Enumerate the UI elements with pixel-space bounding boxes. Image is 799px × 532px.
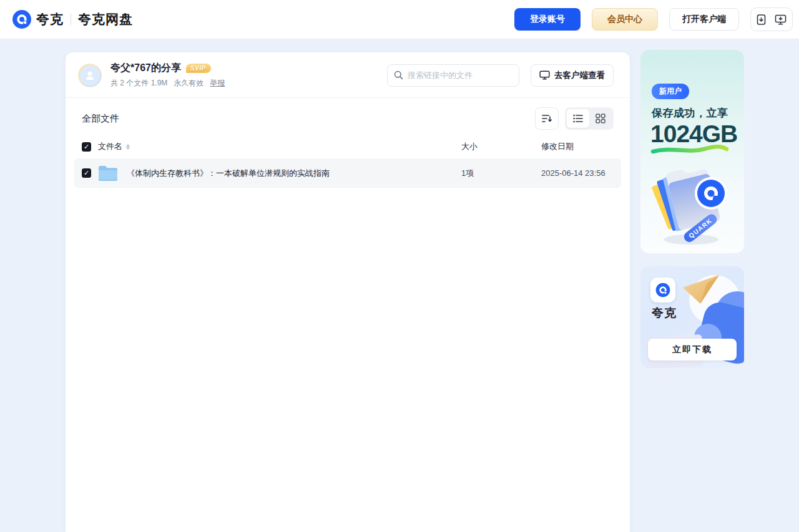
- sort-icon: [541, 114, 552, 123]
- search-box[interactable]: [387, 64, 519, 87]
- new-user-promo-banner[interactable]: 新用户 保存成功，立享 1024GB: [640, 50, 744, 253]
- share-header: 夸父*767的分享 SVIP 共 2 个文件 1.9M 永久有效 举报 去客户端…: [66, 52, 630, 98]
- file-size: 1项: [454, 168, 534, 179]
- open-client-button[interactable]: 打开客户端: [669, 8, 739, 31]
- files-section-title: 全部文件: [82, 113, 119, 125]
- svip-badge: SVIP: [186, 64, 211, 73]
- search-icon: [394, 70, 403, 80]
- mobile-download-icon[interactable]: [757, 14, 766, 25]
- promo-storage-amount: 1024GB: [650, 122, 744, 147]
- grid-view-icon: [596, 114, 605, 123]
- file-name[interactable]: 《体制内生存教科书》：一本破解单位潜规则的实战指南: [127, 168, 330, 179]
- search-input[interactable]: [408, 70, 512, 80]
- avatar: [78, 64, 102, 87]
- login-button[interactable]: 登录账号: [514, 8, 581, 31]
- new-user-badge: 新用户: [652, 84, 689, 99]
- file-row[interactable]: ✓ 《体制内生存教科书》：一本破解单位潜规则的实战指南 1项 2025-06-1…: [74, 158, 621, 188]
- paper-plane-shape: [679, 269, 723, 307]
- monitor-icon: [539, 70, 550, 80]
- logo-group[interactable]: 夸克 夸克网盘: [12, 10, 133, 29]
- desktop-download-icon[interactable]: [775, 14, 787, 25]
- files-toolbar: 全部文件: [66, 98, 630, 137]
- sort-order-button[interactable]: [535, 107, 559, 130]
- column-header-name: 文件名: [98, 141, 122, 152]
- share-validity: 永久有效: [174, 78, 203, 89]
- file-modified-date: 2025-06-14 23:56: [534, 168, 614, 178]
- folder-illustration: QUARK: [649, 155, 736, 248]
- app-name: 夸克: [652, 305, 677, 321]
- app-download-banner[interactable]: 夸克 立即下载: [640, 266, 744, 368]
- share-file-count: 共 2 个文件 1.9M: [110, 78, 167, 89]
- product-name: 夸克网盘: [78, 11, 133, 28]
- view-in-client-label: 去客户端查看: [554, 70, 605, 81]
- row-checkbox[interactable]: ✓: [82, 168, 91, 178]
- grid-view-button[interactable]: [589, 109, 612, 128]
- column-header-size: 大小: [454, 141, 534, 152]
- quark-logo-icon: [12, 10, 31, 29]
- column-header-modified: 修改日期: [534, 141, 614, 152]
- share-info: 夸父*767的分享 SVIP 共 2 个文件 1.9M 永久有效 举报: [110, 62, 225, 89]
- vip-center-button[interactable]: 会员中心: [592, 8, 658, 31]
- top-navigation-bar: 夸克 夸克网盘 登录账号 会员中心 打开客户端: [0, 0, 799, 39]
- avatar-person-icon: [80, 65, 100, 85]
- download-apps-group: [750, 7, 793, 31]
- logo-divider: [71, 14, 71, 25]
- share-content-card: 夸父*767的分享 SVIP 共 2 个文件 1.9M 永久有效 举报 去客户端…: [66, 52, 630, 532]
- topbar-actions: 登录账号 会员中心 打开客户端: [514, 7, 793, 31]
- view-mode-toggle: [565, 107, 614, 130]
- report-link[interactable]: 举报: [210, 78, 225, 89]
- list-view-icon: [573, 114, 583, 123]
- promo-headline: 保存成功，立享: [652, 106, 744, 120]
- quark-app-icon: [650, 278, 675, 302]
- logo-text: 夸克: [36, 11, 64, 28]
- select-all-checkbox[interactable]: ✓: [82, 142, 91, 152]
- name-sort-control[interactable]: [126, 144, 130, 150]
- folder-icon: [97, 165, 119, 182]
- share-title: 夸父*767的分享: [110, 62, 181, 75]
- list-view-button[interactable]: [567, 109, 589, 128]
- file-table-header: ✓ 文件名 大小 修改日期: [66, 137, 630, 156]
- download-now-button[interactable]: 立即下载: [648, 339, 737, 360]
- share-meta: 共 2 个文件 1.9M 永久有效 举报: [110, 78, 225, 89]
- view-in-client-button[interactable]: 去客户端查看: [531, 64, 614, 87]
